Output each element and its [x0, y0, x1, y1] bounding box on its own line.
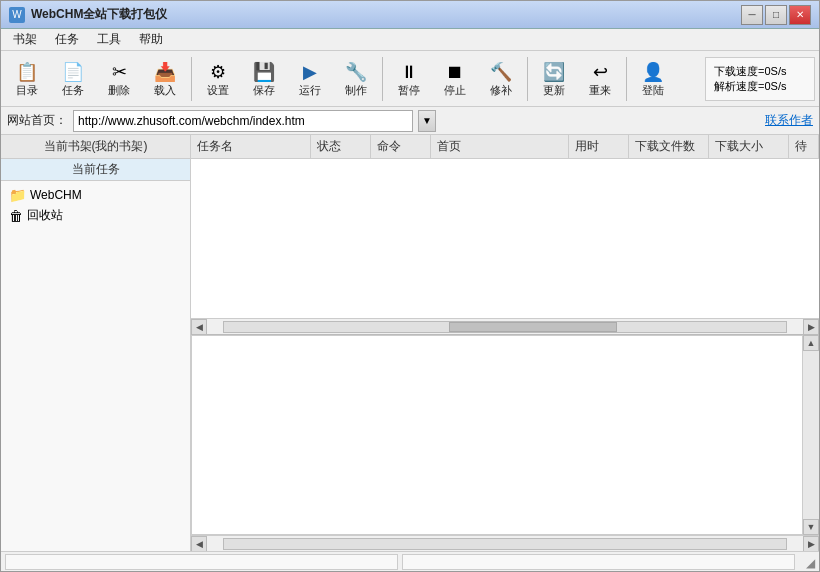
tree-area: 📁 WebCHM 🗑 回收站 [1, 181, 190, 551]
download-speed: 下载速度=0S/s [714, 64, 806, 79]
log-scroll-down[interactable]: ▼ [803, 519, 819, 535]
menu-bar: 书架 任务 工具 帮助 [1, 29, 819, 51]
scroll-left-button[interactable]: ◀ [191, 319, 207, 335]
log-scroll-track[interactable] [803, 351, 819, 519]
log-scroll-right[interactable]: ▶ [803, 536, 819, 552]
login-button[interactable]: 👤 登陆 [631, 55, 675, 103]
menu-help[interactable]: 帮助 [131, 29, 171, 50]
update-button[interactable]: 🔄 更新 [532, 55, 576, 103]
delete-label: 删除 [108, 84, 130, 96]
table-scrollbar: ◀ ▶ [191, 318, 819, 334]
make-button[interactable]: 🔧 制作 [334, 55, 378, 103]
resize-grip[interactable]: ◢ [799, 554, 815, 570]
th-taskname: 任务名 [191, 135, 311, 158]
main-window: W WebCHM全站下载打包仪 ─ □ ✕ 书架 任务 工具 帮助 📋 目录 📄… [0, 0, 820, 572]
maximize-button[interactable]: □ [765, 5, 787, 25]
stop-button[interactable]: ⏹ 停止 [433, 55, 477, 103]
close-button[interactable]: ✕ [789, 5, 811, 25]
minimize-button[interactable]: ─ [741, 5, 763, 25]
tree-item-webchm-label: WebCHM [30, 188, 82, 202]
task-button[interactable]: 📄 任务 [51, 55, 95, 103]
task-table-body [191, 159, 819, 318]
task-icon: 📄 [61, 60, 85, 84]
url-input[interactable] [73, 110, 413, 132]
tree-item-webchm[interactable]: 📁 WebCHM [5, 185, 186, 205]
settings-icon: ⚙ [206, 60, 230, 84]
settings-button[interactable]: ⚙ 设置 [196, 55, 240, 103]
retry-button[interactable]: ↩ 重来 [578, 55, 622, 103]
load-button[interactable]: 📥 载入 [143, 55, 187, 103]
window-title: WebCHM全站下载打包仪 [31, 6, 167, 23]
run-icon: ▶ [298, 60, 322, 84]
stop-label: 停止 [444, 84, 466, 96]
delete-button[interactable]: ✂ 删除 [97, 55, 141, 103]
title-buttons: ─ □ ✕ [741, 5, 811, 25]
th-pending: 待 [789, 135, 819, 158]
log-scroll-left[interactable]: ◀ [191, 536, 207, 552]
task-label: 任务 [62, 84, 84, 96]
menu-task[interactable]: 任务 [47, 29, 87, 50]
th-command: 命令 [371, 135, 431, 158]
catalog-label: 目录 [16, 84, 38, 96]
status-left [5, 554, 398, 570]
speed-display: 下载速度=0S/s 解析速度=0S/s [705, 57, 815, 101]
contact-author-link[interactable]: 联系作者 [765, 112, 813, 129]
pause-button[interactable]: ⏸ 暂停 [387, 55, 431, 103]
log-h-scrollbar[interactable] [223, 538, 787, 550]
log-section: ▲ ▼ [191, 335, 819, 535]
save-button[interactable]: 💾 保存 [242, 55, 286, 103]
toolbar-separator-3 [527, 57, 528, 101]
current-task-header: 当前任务 [1, 159, 190, 181]
log-scroll-up[interactable]: ▲ [803, 335, 819, 351]
th-homepage: 首页 [431, 135, 569, 158]
status-bar: ◢ [1, 551, 819, 571]
pause-label: 暂停 [398, 84, 420, 96]
folder-icon: 📁 [9, 187, 26, 203]
make-icon: 🔧 [344, 60, 368, 84]
toolbar: 📋 目录 📄 任务 ✂ 删除 📥 载入 ⚙ 设置 💾 保存 ▶ 运行 🔧 [1, 51, 819, 107]
url-dropdown-button[interactable]: ▼ [418, 110, 436, 132]
pause-icon: ⏸ [397, 60, 421, 84]
log-area [191, 335, 803, 535]
toolbar-separator-1 [191, 57, 192, 101]
horizontal-scrollbar[interactable] [223, 321, 787, 333]
catalog-button[interactable]: 📋 目录 [5, 55, 49, 103]
delete-icon: ✂ [107, 60, 131, 84]
menu-bookshelf[interactable]: 书架 [5, 29, 45, 50]
app-icon: W [9, 7, 25, 23]
left-panel: 当前书架(我的书架) 当前任务 📁 WebCHM 🗑 回收站 [1, 135, 191, 551]
bookshelf-header: 当前书架(我的书架) [1, 135, 190, 159]
log-scrollbar: ◀ ▶ [191, 535, 819, 551]
scrollbar-thumb [449, 322, 618, 332]
update-label: 更新 [543, 84, 565, 96]
log-vscrollbar: ▲ ▼ [803, 335, 819, 535]
run-label: 运行 [299, 84, 321, 96]
make-label: 制作 [345, 84, 367, 96]
load-label: 载入 [154, 84, 176, 96]
status-right [402, 554, 795, 570]
save-label: 保存 [253, 84, 275, 96]
right-panel: 任务名 状态 命令 首页 用时 下载文件数 下载大小 待 ◀ ▶ [191, 135, 819, 551]
update-icon: 🔄 [542, 60, 566, 84]
login-icon: 👤 [641, 60, 665, 84]
repair-label: 修补 [490, 84, 512, 96]
title-bar: W WebCHM全站下载打包仪 ─ □ ✕ [1, 1, 819, 29]
parse-speed: 解析速度=0S/s [714, 79, 806, 94]
tree-item-recycle[interactable]: 🗑 回收站 [5, 205, 186, 226]
table-header: 任务名 状态 命令 首页 用时 下载文件数 下载大小 待 [191, 135, 819, 159]
toolbar-separator-4 [626, 57, 627, 101]
catalog-icon: 📋 [15, 60, 39, 84]
repair-icon: 🔨 [489, 60, 513, 84]
login-label: 登陆 [642, 84, 664, 96]
load-icon: 📥 [153, 60, 177, 84]
retry-label: 重来 [589, 84, 611, 96]
th-filecount: 下载文件数 [629, 135, 709, 158]
run-button[interactable]: ▶ 运行 [288, 55, 332, 103]
scroll-right-button[interactable]: ▶ [803, 319, 819, 335]
title-bar-left: W WebCHM全站下载打包仪 [9, 6, 167, 23]
menu-tools[interactable]: 工具 [89, 29, 129, 50]
main-content: 当前书架(我的书架) 当前任务 📁 WebCHM 🗑 回收站 任务名 状态 [1, 135, 819, 551]
toolbar-separator-2 [382, 57, 383, 101]
th-status: 状态 [311, 135, 371, 158]
repair-button[interactable]: 🔨 修补 [479, 55, 523, 103]
